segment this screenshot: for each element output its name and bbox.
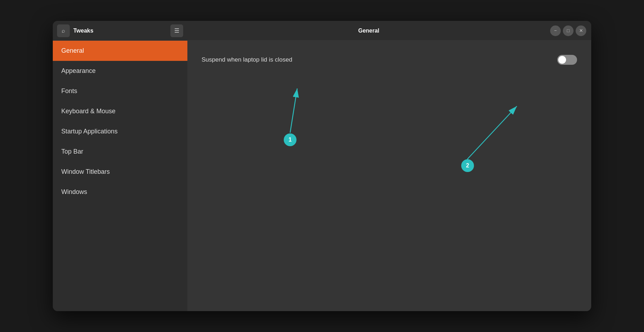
svg-line-3 xyxy=(467,106,517,159)
content-area: General Appearance Fonts Keyboard & Mous… xyxy=(53,41,591,311)
setting-row-suspend: Suspend when laptop lid is closed xyxy=(202,51,577,68)
app-title: Tweaks xyxy=(73,28,167,34)
setting-label-suspend: Suspend when laptop lid is closed xyxy=(202,56,292,63)
sidebar: General Appearance Fonts Keyboard & Mous… xyxy=(53,41,187,311)
maximize-button[interactable]: □ xyxy=(563,25,574,36)
annotation-1: 1 xyxy=(284,133,296,146)
sidebar-item-appearance[interactable]: Appearance xyxy=(53,61,187,81)
sidebar-item-label: Window Titlebars xyxy=(61,168,110,176)
sidebar-item-label: Top Bar xyxy=(61,148,83,155)
sidebar-item-window-titlebars[interactable]: Window Titlebars xyxy=(53,162,187,182)
toggle-track xyxy=(557,55,577,65)
titlebar-right: − □ ✕ xyxy=(550,25,591,36)
svg-line-2 xyxy=(290,88,297,133)
menu-button[interactable]: ☰ xyxy=(170,24,183,37)
sidebar-item-label: Appearance xyxy=(61,67,96,75)
sidebar-item-label: Fonts xyxy=(61,87,77,95)
sidebar-item-fonts[interactable]: Fonts xyxy=(53,81,187,101)
minimize-button[interactable]: − xyxy=(550,25,561,36)
close-button[interactable]: ✕ xyxy=(576,25,586,36)
sidebar-item-windows[interactable]: Windows xyxy=(53,182,187,202)
suspend-toggle[interactable] xyxy=(557,55,577,65)
app-window: ⌕ Tweaks ☰ General − □ ✕ General Appeara… xyxy=(53,21,591,311)
sidebar-item-general[interactable]: General xyxy=(53,41,187,61)
sidebar-item-label: General xyxy=(61,47,84,55)
search-button[interactable]: ⌕ xyxy=(57,24,70,37)
main-content: Suspend when laptop lid is closed xyxy=(187,41,591,311)
titlebar-left: ⌕ Tweaks ☰ xyxy=(53,24,187,37)
toggle-thumb xyxy=(558,56,566,64)
sidebar-item-keyboard-mouse[interactable]: Keyboard & Mouse xyxy=(53,101,187,121)
page-title: General xyxy=(358,28,379,34)
sidebar-item-top-bar[interactable]: Top Bar xyxy=(53,142,187,162)
annotation-2: 2 xyxy=(461,159,474,172)
sidebar-item-label: Windows xyxy=(61,188,87,196)
titlebar-center: General xyxy=(187,28,550,34)
hamburger-icon: ☰ xyxy=(174,27,179,34)
arrow-svg xyxy=(187,41,591,311)
sidebar-item-label: Startup Applications xyxy=(61,128,118,135)
titlebar: ⌕ Tweaks ☰ General − □ ✕ xyxy=(53,21,591,41)
annotations-layer: 1 2 xyxy=(187,41,591,311)
sidebar-item-startup-applications[interactable]: Startup Applications xyxy=(53,121,187,142)
sidebar-item-label: Keyboard & Mouse xyxy=(61,108,115,115)
search-icon: ⌕ xyxy=(62,28,65,34)
